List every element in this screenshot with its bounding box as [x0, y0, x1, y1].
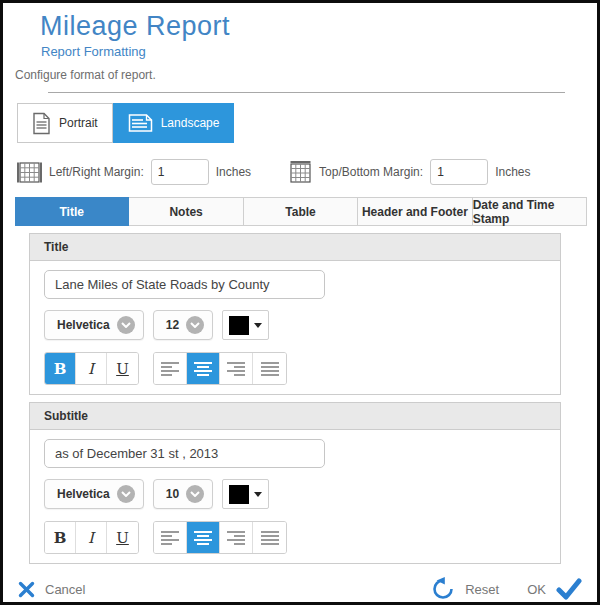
- title-font-family-value: Helvetica: [57, 318, 110, 332]
- title-font-color-dropdown[interactable]: [222, 310, 269, 340]
- reset-ok-group: Reset OK: [431, 577, 582, 601]
- title-style-row: B I U: [44, 352, 546, 385]
- left-right-margin-input[interactable]: [151, 159, 209, 185]
- reset-icon[interactable]: [431, 577, 455, 601]
- align-left-icon: [160, 361, 180, 376]
- subtitle-text-input[interactable]: [44, 439, 325, 468]
- title-panel-heading: Title: [30, 234, 560, 261]
- ok-check-icon[interactable]: [556, 578, 582, 600]
- title-font-size-value: 12: [166, 318, 179, 332]
- dropdown-arrow-icon: [254, 492, 262, 497]
- top-bottom-margin-group: Top/Bottom Margin: Inches: [289, 159, 530, 185]
- align-left-icon: [160, 530, 180, 545]
- subtitle-align-justify-button[interactable]: [253, 522, 286, 553]
- title-panel: Title Helvetica 12 B: [29, 233, 561, 395]
- color-swatch: [229, 485, 249, 504]
- subtitle-bold-button[interactable]: B: [45, 522, 76, 553]
- subtitle-align-group: [153, 521, 287, 554]
- underline-icon: U: [116, 529, 129, 547]
- orientation-toggle: Portrait Landscape: [17, 103, 597, 143]
- subtitle-underline-button[interactable]: U: [107, 522, 138, 553]
- cancel-group[interactable]: Cancel: [18, 581, 85, 598]
- chevron-down-icon: [117, 316, 135, 334]
- left-right-margin-units: Inches: [216, 165, 251, 179]
- top-bottom-margin-units: Inches: [495, 165, 530, 179]
- title-underline-button[interactable]: U: [107, 353, 138, 384]
- title-align-right-button[interactable]: [220, 353, 253, 384]
- subtitle-panel: Subtitle Helvetica 10 B: [29, 402, 561, 564]
- align-justify-icon: [260, 361, 280, 376]
- cancel-label[interactable]: Cancel: [45, 582, 85, 597]
- left-right-margin-label: Left/Right Margin:: [49, 165, 144, 179]
- subtitle-font-row: Helvetica 10: [44, 479, 546, 509]
- portrait-button[interactable]: Portrait: [17, 103, 113, 143]
- title-font-family-dropdown[interactable]: Helvetica: [44, 310, 144, 340]
- title-italic-button[interactable]: I: [76, 353, 107, 384]
- subtitle-italic-button[interactable]: I: [76, 522, 107, 553]
- subtitle-font-size-value: 10: [166, 487, 179, 501]
- top-bottom-margin-input[interactable]: [430, 159, 488, 185]
- landscape-label: Landscape: [161, 116, 220, 130]
- align-right-icon: [226, 530, 246, 545]
- header-divider: [48, 92, 565, 93]
- bold-icon: B: [54, 360, 67, 378]
- dialog-footer: Cancel Reset OK: [3, 577, 597, 601]
- title-font-row: Helvetica 12: [44, 310, 546, 340]
- subtitle-align-left-button[interactable]: [154, 522, 187, 553]
- format-tab-bar: Title Notes Table Header and Footer Date…: [15, 197, 587, 226]
- title-bold-button[interactable]: B: [45, 353, 76, 384]
- title-text-input[interactable]: [44, 270, 325, 299]
- color-swatch: [229, 316, 249, 335]
- top-bottom-margin-icon: [289, 161, 312, 184]
- tab-header-and-footer[interactable]: Header and Footer: [358, 198, 472, 225]
- tab-table[interactable]: Table: [244, 198, 358, 225]
- bold-icon: B: [54, 529, 67, 547]
- top-bottom-margin-label: Top/Bottom Margin:: [319, 165, 423, 179]
- portrait-label: Portrait: [59, 116, 98, 130]
- subtitle-align-right-button[interactable]: [220, 522, 253, 553]
- landscape-button[interactable]: Landscape: [113, 103, 235, 143]
- title-panel-body: Helvetica 12 B I U: [30, 261, 560, 394]
- title-align-center-button[interactable]: [187, 353, 220, 384]
- subtitle-panel-heading: Subtitle: [30, 403, 560, 430]
- dialog-header: Mileage Report Report Formatting Configu…: [3, 3, 597, 82]
- title-align-group: [153, 352, 287, 385]
- align-justify-icon: [260, 530, 280, 545]
- reset-label[interactable]: Reset: [465, 582, 499, 597]
- portrait-page-icon: [32, 112, 51, 135]
- title-align-left-button[interactable]: [154, 353, 187, 384]
- title-font-size-dropdown[interactable]: 12: [153, 310, 213, 340]
- page-title: Mileage Report: [40, 11, 597, 42]
- cancel-x-icon[interactable]: [18, 581, 35, 598]
- title-align-justify-button[interactable]: [253, 353, 286, 384]
- margins-row: Left/Right Margin: Inches Top/Bottom Mar…: [17, 159, 597, 185]
- align-right-icon: [226, 361, 246, 376]
- tab-notes[interactable]: Notes: [129, 198, 243, 225]
- subtitle-font-family-value: Helvetica: [57, 487, 110, 501]
- page-description: Configure format of report.: [15, 68, 597, 82]
- chevron-down-icon: [186, 316, 204, 334]
- subtitle-biu-group: B I U: [44, 521, 139, 554]
- subtitle-font-color-dropdown[interactable]: [222, 479, 269, 509]
- dropdown-arrow-icon: [254, 323, 262, 328]
- italic-icon: I: [88, 360, 94, 378]
- left-right-margin-icon: [17, 162, 42, 183]
- left-right-margin-group: Left/Right Margin: Inches: [17, 159, 251, 185]
- chevron-down-icon: [186, 485, 204, 503]
- subtitle-align-center-button[interactable]: [187, 522, 220, 553]
- align-center-icon: [193, 530, 213, 545]
- subtitle-style-row: B I U: [44, 521, 546, 554]
- subtitle-font-family-dropdown[interactable]: Helvetica: [44, 479, 144, 509]
- ok-label[interactable]: OK: [527, 582, 546, 597]
- underline-icon: U: [116, 360, 129, 378]
- subtitle-panel-body: Helvetica 10 B I U: [30, 430, 560, 563]
- subtitle-font-size-dropdown[interactable]: 10: [153, 479, 213, 509]
- landscape-page-icon: [128, 113, 153, 133]
- page-subtitle: Report Formatting: [41, 44, 597, 59]
- tab-title[interactable]: Title: [15, 197, 129, 226]
- align-center-icon: [193, 361, 213, 376]
- chevron-down-icon: [117, 485, 135, 503]
- tab-date-and-time-stamp[interactable]: Date and Time Stamp: [473, 198, 586, 225]
- title-biu-group: B I U: [44, 352, 139, 385]
- italic-icon: I: [88, 529, 94, 547]
